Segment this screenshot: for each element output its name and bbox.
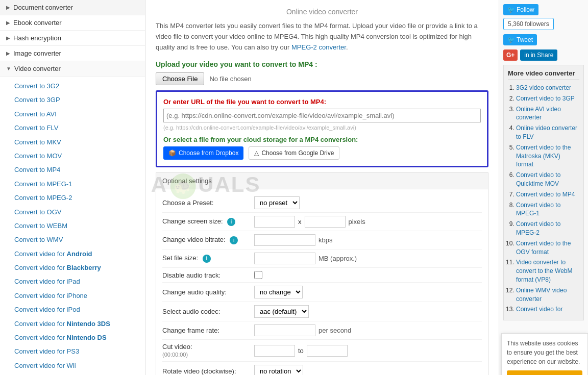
screen-width-input[interactable]: [254, 216, 295, 228]
preset-select[interactable]: no preset: [254, 196, 300, 209]
social-buttons-row3: G+ in in Share: [503, 49, 584, 61]
dropbox-button[interactable]: 📦 Choose from Dropbox: [163, 146, 243, 160]
more-link-7[interactable]: Convert video to MP4: [516, 191, 575, 198]
social-buttons-row2: 🐦 Tweet: [503, 34, 584, 45]
sidebar-link-ipod[interactable]: Convert video for iPod: [14, 303, 145, 316]
sidebar-link-mp4[interactable]: Convert to MP4: [14, 163, 145, 177]
sidebar-item-hash-encryption[interactable]: ▶ Hash encryption: [0, 31, 145, 46]
screen-size-info-icon[interactable]: i: [227, 218, 235, 226]
sidebar-link-wmv[interactable]: Convert to WMV: [14, 233, 145, 246]
rotate-label: Rotate video (clockwise):: [162, 367, 254, 375]
more-link-1[interactable]: 3G2 video converter: [516, 84, 571, 91]
page-title: Online video converter: [156, 8, 488, 16]
choose-file-button[interactable]: Choose File: [156, 72, 204, 85]
sidebar-link-flv[interactable]: Convert to FLV: [14, 121, 145, 135]
sidebar-item-video-converter[interactable]: ▼ Video converter: [0, 61, 145, 77]
more-converters-title: More video converter: [508, 69, 579, 80]
disable-audio-control: [254, 271, 482, 279]
sidebar-link-avi[interactable]: Convert to AVI: [14, 107, 145, 121]
upload-section: Upload your video you want to convert to…: [156, 60, 488, 85]
sidebar-link-iphone[interactable]: Convert video for iPhone: [14, 289, 145, 303]
sidebar-item-document-converter[interactable]: ▶ Document converter: [0, 0, 145, 15]
more-converters-list: 3G2 video converter Convert video to 3GP…: [508, 84, 579, 314]
frame-rate-input[interactable]: [254, 324, 315, 336]
file-size-info-icon[interactable]: i: [203, 255, 211, 263]
gdrive-button[interactable]: △ Choose from Google Drive: [249, 146, 339, 160]
list-item: Convert video to 3GP: [516, 94, 579, 103]
audio-quality-select[interactable]: no change: [254, 286, 303, 298]
more-link-4[interactable]: Online video converter to FLV: [516, 124, 577, 140]
sidebar-link-webm[interactable]: Convert to WEBM: [14, 219, 145, 233]
more-link-3[interactable]: Online AVI video converter: [516, 106, 561, 121]
sidebar-link-3g2[interactable]: Convert to 3G2: [14, 79, 145, 93]
list-item: Convert video to MPEG-1: [516, 201, 579, 218]
more-link-2[interactable]: Convert video to 3GP: [516, 95, 575, 102]
more-link-12[interactable]: Online WMV video converter: [516, 287, 567, 303]
rotate-select[interactable]: no rotation: [254, 365, 303, 375]
cut-start-input[interactable]: [254, 345, 295, 357]
rotate-control: no rotation: [254, 365, 482, 375]
list-item: Online video converter to FLV: [516, 124, 579, 141]
url-input[interactable]: [163, 109, 481, 122]
settings-row-audio-quality: Change audio quality: no change: [162, 283, 482, 302]
arrow-icon: ▼: [6, 66, 11, 71]
cookie-accept-button[interactable]: Got it!: [507, 370, 582, 375]
settings-row-file-size: Set file size: i MB (approx.): [162, 249, 482, 268]
bitrate-label: Change video bitrate: i: [162, 236, 254, 244]
pixels-unit: pixels: [349, 218, 365, 226]
dropbox-label: Choose from Dropbox: [179, 149, 238, 157]
sidebar-link-nintendo3ds[interactable]: Convert video for Nintendo 3DS: [14, 317, 145, 331]
more-link-6[interactable]: Convert video to Quicktime MOV: [516, 171, 560, 187]
sidebar-link-mpeg1[interactable]: Convert to MPEG-1: [14, 177, 145, 191]
more-link-5[interactable]: Convert video to the Matroska (MKV) form…: [516, 144, 571, 168]
arrow-icon: ▶: [6, 51, 10, 56]
sidebar-link-ipad[interactable]: Convert video for iPad: [14, 274, 145, 288]
list-item: Convert video to MPEG-2: [516, 220, 579, 237]
mpeg2-link[interactable]: MPEG-2 converter: [291, 43, 346, 51]
audio-codec-select[interactable]: aac (default): [254, 305, 309, 318]
screen-size-label: Change screen size: i: [162, 217, 254, 226]
disable-audio-checkbox[interactable]: [254, 271, 262, 279]
audio-quality-label: Change audio quality:: [162, 288, 254, 296]
sidebar-link-wii[interactable]: Convert video for Wii: [14, 359, 145, 372]
bitrate-info-icon[interactable]: i: [230, 236, 238, 244]
screen-height-input[interactable]: [305, 216, 346, 228]
sidebar-item-ebook-converter[interactable]: ▶ Ebook converter: [0, 15, 145, 31]
more-link-9[interactable]: Convert video to MPEG-2: [516, 220, 560, 236]
bitrate-control: kbps: [254, 234, 482, 246]
gdrive-label: Choose from Google Drive: [261, 149, 334, 157]
bitrate-input[interactable]: [254, 234, 315, 246]
sidebar-link-nintendods[interactable]: Convert video for Nintendo DS: [14, 331, 145, 344]
sidebar-link-mkv[interactable]: Convert to MKV: [14, 135, 145, 149]
more-link-8[interactable]: Convert video to MPEG-1: [516, 202, 560, 217]
linkedin-share-button[interactable]: in in Share: [520, 49, 557, 61]
kbps-unit: kbps: [318, 236, 332, 244]
tweet-icon: 🐦: [507, 36, 515, 43]
file-size-input[interactable]: [254, 253, 315, 264]
more-link-10[interactable]: Convert video to the OGV format: [516, 240, 571, 256]
list-item: Convert video to Quicktime MOV: [516, 171, 579, 188]
gplus-button[interactable]: G+: [503, 49, 518, 61]
sidebar-link-ogv[interactable]: Convert to OGV: [14, 205, 145, 219]
sidebar-link-mov[interactable]: Convert to MOV: [14, 149, 145, 163]
url-label: Or enter URL of the file you want to con…: [163, 98, 481, 106]
sidebar-link-ps3[interactable]: Convert video for PS3: [14, 344, 145, 358]
sidebar-item-image-converter[interactable]: ▶ Image converter: [0, 46, 145, 61]
more-link-11[interactable]: Video converter to convert to the WebM f…: [516, 259, 573, 283]
frame-rate-control: per second: [254, 324, 482, 336]
settings-row-bitrate: Change video bitrate: i kbps: [162, 231, 482, 249]
url-box: Or enter URL of the file you want to con…: [156, 90, 488, 167]
sidebar-link-mpeg2[interactable]: Convert to MPEG-2: [14, 191, 145, 205]
list-item: 3G2 video converter: [516, 84, 579, 92]
linkedin-icon: in: [524, 52, 529, 59]
sidebar-link-blackberry[interactable]: Convert video for Blackberry: [14, 261, 145, 274]
sidebar-link-android[interactable]: Convert video for Android: [14, 247, 145, 261]
sidebar-link-3gp[interactable]: Convert to 3GP: [14, 93, 145, 107]
more-link-13[interactable]: Convert video for: [516, 306, 562, 313]
right-sidebar: 🐦 Follow 5,360 followers 🐦 Tweet G+ in i…: [499, 0, 588, 375]
arrow-icon: ▶: [6, 20, 10, 26]
tweet-button[interactable]: 🐦 Tweet: [503, 34, 537, 45]
sidebar-item-label: Ebook converter: [13, 19, 62, 27]
twitter-follow-button[interactable]: 🐦 Follow: [503, 4, 538, 15]
cut-end-input[interactable]: [307, 345, 348, 357]
